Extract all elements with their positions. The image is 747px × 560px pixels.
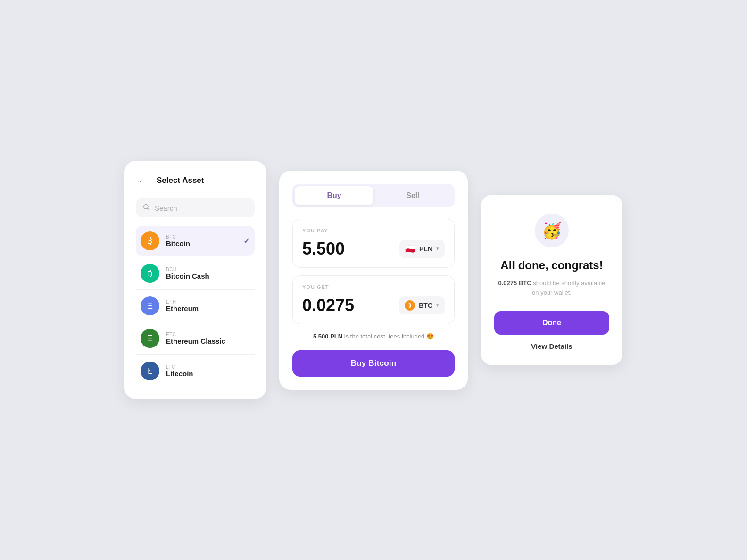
- you-pay-row: 5.500 🇵🇱 PLN ▾: [302, 239, 445, 259]
- sell-tab[interactable]: Sell: [374, 186, 452, 205]
- btc-icon: ₿: [141, 231, 159, 250]
- congrats-subtitle: 0.0275 BTC should be shortly available o…: [494, 279, 609, 297]
- congrats-title: All done, congrats!: [500, 259, 603, 272]
- ltc-name: Litecoin: [166, 370, 250, 378]
- you-get-label: YOU GET: [302, 284, 445, 290]
- ltc-icon: Ł: [141, 362, 159, 380]
- eth-code: ETH: [166, 299, 250, 305]
- you-pay-label: YOU PAY: [302, 228, 445, 233]
- btc-info: BTC Bitcoin: [166, 234, 237, 247]
- buy-tab[interactable]: Buy: [295, 186, 374, 205]
- buy-bitcoin-button[interactable]: Buy Bitcoin: [292, 350, 455, 377]
- you-get-row: 0.0275 ₿ BTC ▾: [302, 296, 445, 315]
- tab-row: Buy Sell: [292, 184, 455, 207]
- asset-item-ltc[interactable]: Ł LTC Litecoin: [136, 356, 255, 386]
- asset-list: ₿ BTC Bitcoin ✓ ₿ BCH Bitcoin Cash Ξ: [136, 226, 255, 386]
- asset-item-btc[interactable]: ₿ BTC Bitcoin ✓: [136, 226, 255, 256]
- main-container: ← Select Asset Search ₿ BTC Bitcoin ✓: [106, 142, 641, 418]
- bch-code: BCH: [166, 267, 250, 272]
- eth-name: Ethereum: [166, 305, 250, 313]
- pln-flag: 🇵🇱: [405, 244, 415, 254]
- buy-sell-panel: Buy Sell YOU PAY 5.500 🇵🇱 PLN ▾ YOU GET …: [279, 171, 468, 390]
- congrats-emoji: 🥳: [542, 221, 562, 240]
- cost-note-text: is the total cost, fees included 😍: [342, 333, 434, 340]
- bch-name: Bitcoin Cash: [166, 272, 250, 280]
- view-details-button[interactable]: View Details: [531, 342, 572, 350]
- pln-chevron-icon: ▾: [436, 246, 439, 252]
- done-button[interactable]: Done: [494, 311, 609, 335]
- search-placeholder: Search: [155, 204, 177, 212]
- search-box[interactable]: Search: [136, 198, 255, 217]
- etc-code: ETC: [166, 332, 250, 337]
- divider-4: [136, 354, 255, 355]
- cost-note-bold: 5.500 PLN: [313, 333, 342, 340]
- cost-note: 5.500 PLN is the total cost, fees includ…: [292, 333, 455, 340]
- selected-checkmark: ✓: [243, 236, 250, 246]
- ltc-code: LTC: [166, 364, 250, 370]
- congrats-btc-amount: 0.0275 BTC: [498, 280, 531, 287]
- etc-name: Ethereum Classic: [166, 337, 250, 345]
- btc-currency-selector[interactable]: ₿ BTC ▾: [399, 296, 445, 314]
- panel-header: ← Select Asset: [136, 174, 255, 187]
- congrats-panel: 🥳 All done, congrats! 0.0275 BTC should …: [481, 195, 622, 365]
- you-pay-amount: 5.500: [302, 239, 345, 259]
- asset-item-bch[interactable]: ₿ BCH Bitcoin Cash: [136, 258, 255, 288]
- you-pay-section: YOU PAY 5.500 🇵🇱 PLN ▾: [292, 219, 455, 268]
- you-get-section: YOU GET 0.0275 ₿ BTC ▾: [292, 275, 455, 324]
- btc-chevron-icon: ▾: [436, 302, 439, 308]
- eth-info: ETH Ethereum: [166, 299, 250, 313]
- back-button[interactable]: ←: [136, 174, 149, 187]
- pln-code: PLN: [419, 245, 432, 253]
- asset-item-eth[interactable]: Ξ ETH Ethereum: [136, 291, 255, 321]
- panel-title: Select Asset: [157, 176, 204, 185]
- svg-line-1: [148, 208, 149, 210]
- btc-code-label: BTC: [419, 302, 432, 309]
- you-get-amount: 0.0275: [302, 296, 354, 315]
- btc-code: BTC: [166, 234, 237, 239]
- divider-3: [136, 322, 255, 322]
- asset-item-etc[interactable]: Ξ ETC Ethereum Classic: [136, 323, 255, 354]
- ltc-info: LTC Litecoin: [166, 364, 250, 378]
- select-asset-panel: ← Select Asset Search ₿ BTC Bitcoin ✓: [124, 161, 266, 399]
- btc-name: Bitcoin: [166, 239, 237, 247]
- eth-icon: Ξ: [141, 296, 159, 315]
- divider-1: [136, 257, 255, 257]
- etc-info: ETC Ethereum Classic: [166, 332, 250, 345]
- bch-info: BCH Bitcoin Cash: [166, 267, 250, 280]
- congrats-emoji-circle: 🥳: [535, 214, 569, 247]
- congrats-subtitle-text: should be shortly available on your wall…: [531, 280, 606, 296]
- divider-2: [136, 289, 255, 290]
- bch-icon: ₿: [141, 264, 159, 283]
- pln-currency-selector[interactable]: 🇵🇱 PLN ▾: [399, 240, 445, 258]
- etc-icon: Ξ: [141, 329, 159, 348]
- btc-small-icon: ₿: [405, 300, 415, 311]
- search-icon: [142, 203, 150, 213]
